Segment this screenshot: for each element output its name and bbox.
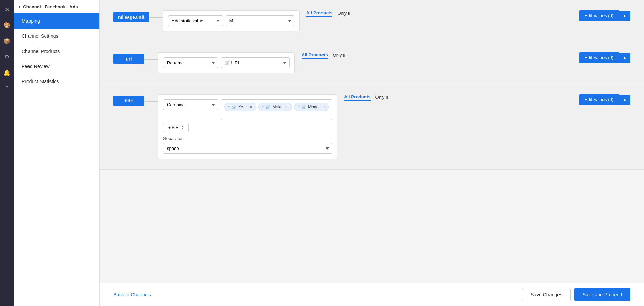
chip-close-make[interactable]: ✕ [285,105,288,109]
chip-label-model: Model [308,105,319,109]
value-select-mileage[interactable]: MI KM [226,15,294,26]
chip-make: :: 🛒 Make ✕ [258,103,292,111]
edit-values-btn-mileage[interactable]: Edit Values (0) [579,10,619,21]
main-content: mileage.unit Add static value Rename Com… [100,0,644,306]
mapping-section-mileage: mileage.unit Add static value Rename Com… [100,0,644,42]
connector-title [144,101,158,102]
sidebar-item-channel-settings[interactable]: Channel Settings [14,29,99,44]
products-toggle-title: All Products Only IF [344,94,389,101]
box-icon[interactable]: 📦 [2,36,12,46]
help-icon[interactable]: ? [2,83,12,94]
chip-close-year[interactable]: ✕ [249,105,252,109]
expand-btn-mileage[interactable]: ▲ [619,11,630,21]
footer-buttons: Save Changes Save and Proceed [522,288,630,301]
mapping-row-url: url Rename Add static value Combine 🛒 UR… [113,52,630,73]
chip-label-year: Year [239,105,247,109]
sidebar: ‹ Channel - Facebook - Ads ... Mapping C… [14,0,100,306]
expand-btn-title[interactable]: ▲ [619,95,630,105]
mapping-row-mileage: mileage.unit Add static value Rename Com… [113,10,630,31]
sidebar-header[interactable]: ‹ Channel - Facebook - Ads ... [14,0,99,13]
save-proceed-button[interactable]: Save and Proceed [574,288,630,301]
field-tag-mileage: mileage.unit [113,12,149,22]
cart-icon-model: 🛒 [301,105,306,109]
products-toggle-mileage: All Products Only IF [306,10,352,17]
sidebar-item-product-statistics[interactable]: Product Statistics [14,74,99,89]
sidebar-nav: Mapping Channel Settings Channel Product… [14,13,99,89]
sidebar-item-mapping[interactable]: Mapping [14,13,99,29]
sidebar-item-channel-products[interactable]: Channel Products [14,44,99,59]
mapping-controls-mileage: Add static value Rename Combine MI KM [163,10,300,31]
mapping-controls-url: Rename Add static value Combine 🛒 URL 🛒 … [158,52,295,73]
right-controls-mileage: Edit Values (0) ▲ [579,10,630,21]
right-controls-url: Edit Values (0) ▲ [579,52,630,63]
close-icon[interactable]: ✕ [2,4,12,14]
icon-bar: ✕ 🎨 📦 ⚙ 🔔 ? [0,0,14,306]
sidebar-back-arrow[interactable]: ‹ [19,3,20,10]
chip-drag-year[interactable]: :: [228,105,230,109]
field-tag-url: url [113,54,144,64]
back-to-channels-link[interactable]: Back to Channels [113,292,151,297]
all-products-toggle-title[interactable]: All Products [344,94,371,101]
field-tag-title: title [113,96,144,106]
edit-values-btn-url[interactable]: Edit Values (0) [579,52,619,63]
only-if-toggle-mileage[interactable]: Only IF [337,11,352,17]
sidebar-title: Channel - Facebook - Ads ... [23,4,83,9]
chip-close-model[interactable]: ✕ [322,105,325,109]
save-changes-button[interactable]: Save Changes [522,288,571,301]
gear-icon[interactable]: ⚙ [2,52,12,62]
mapping-section-url: url Rename Add static value Combine 🛒 UR… [100,42,644,84]
products-toggle-url: All Products Only IF [302,52,347,59]
right-controls-title: Edit Values (0) ▲ [579,94,630,105]
cart-icon-year: 🛒 [232,105,237,109]
all-products-toggle-mileage[interactable]: All Products [306,10,333,17]
chip-model: :: 🛒 Model ✕ [294,103,329,111]
chip-drag-model[interactable]: :: [298,105,300,109]
content-area: mileage.unit Add static value Rename Com… [100,0,644,283]
cart-icon-make: 🛒 [265,105,271,109]
mapping-section-title: title Combine Rename Add static value ::… [100,84,644,170]
all-products-toggle-url[interactable]: All Products [302,52,328,59]
connector-mileage [149,17,163,18]
value-select-url[interactable]: 🛒 URL 🛒 Title [221,57,290,68]
mapping-row-title: title Combine Rename Add static value ::… [113,94,630,159]
chip-label-make: Make [272,105,282,109]
only-if-toggle-title[interactable]: Only IF [375,95,390,100]
only-if-toggle-url[interactable]: Only IF [333,53,347,58]
connector-url [144,59,158,60]
footer: Back to Channels Save Changes Save and P… [100,283,644,306]
separator-select-title[interactable]: space comma dash pipe [163,143,332,154]
chips-area-title: :: 🛒 Year ✕ :: 🛒 Make ✕ [221,99,332,120]
expand-btn-url[interactable]: ▲ [619,53,630,63]
edit-values-btn-title[interactable]: Edit Values (0) [579,94,619,105]
action-select-title[interactable]: Combine Rename Add static value [163,99,218,110]
sidebar-item-feed-review[interactable]: Feed Review [14,59,99,74]
add-field-btn-title[interactable]: + FIELD [163,123,189,132]
action-select-url[interactable]: Rename Add static value Combine [163,57,218,68]
palette-icon[interactable]: 🎨 [2,20,12,30]
separator-label-title: Separator: [163,136,332,141]
notification-icon[interactable]: 🔔 [2,67,12,78]
action-select-mileage[interactable]: Add static value Rename Combine [168,15,223,26]
mapping-controls-title: Combine Rename Add static value :: 🛒 Yea… [158,94,337,159]
chip-drag-make[interactable]: :: [262,105,264,109]
chip-year: :: 🛒 Year ✕ [224,103,256,111]
